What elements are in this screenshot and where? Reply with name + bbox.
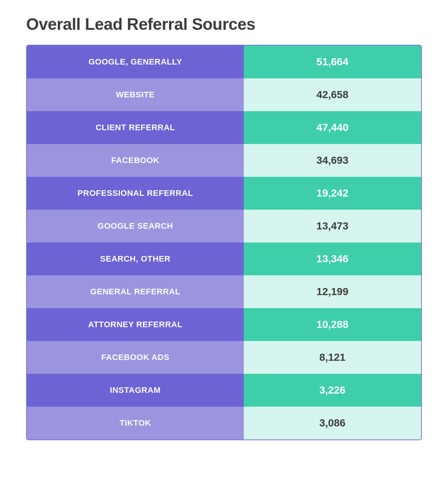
row-label: CLIENT REFERRAL (27, 111, 244, 144)
page-container: Overall Lead Referral Sources GOOGLE, GE… (26, 15, 422, 440)
row-value: 13,473 (244, 210, 421, 242)
row-value: 13,346 (244, 242, 421, 275)
row-label: GOOGLE SEARCH (27, 210, 244, 242)
table-row: FACEBOOK ADS8,121 (27, 341, 421, 374)
row-label: FACEBOOK (27, 144, 244, 177)
page-title: Overall Lead Referral Sources (26, 15, 422, 34)
row-label: INSTAGRAM (27, 374, 244, 407)
table-row: ATTORNEY REFERRAL10,288 (27, 308, 421, 341)
row-label: FACEBOOK ADS (27, 341, 244, 374)
table-row: WEBSITE42,658 (27, 78, 421, 111)
table-row: TIKTOK3,086 (27, 407, 421, 439)
table-row: PROFESSIONAL REFERRAL19,242 (27, 177, 421, 210)
row-value: 3,086 (244, 407, 421, 439)
row-label: PROFESSIONAL REFERRAL (27, 177, 244, 210)
table-row: FACEBOOK34,693 (27, 144, 421, 177)
table-row: GENERAL REFERRAL12,199 (27, 275, 421, 308)
data-table: GOOGLE, GENERALLY51,664WEBSITE42,658CLIE… (27, 46, 421, 439)
table-row: CLIENT REFERRAL47,440 (27, 111, 421, 144)
row-label: GOOGLE, GENERALLY (27, 46, 244, 78)
row-label: ATTORNEY REFERRAL (27, 308, 244, 341)
referral-table: GOOGLE, GENERALLY51,664WEBSITE42,658CLIE… (26, 45, 422, 440)
row-value: 47,440 (244, 111, 421, 144)
row-value: 51,664 (244, 46, 421, 78)
table-row: GOOGLE SEARCH13,473 (27, 210, 421, 242)
row-value: 12,199 (244, 275, 421, 308)
row-label: SEARCH, OTHER (27, 242, 244, 275)
table-row: INSTAGRAM3,226 (27, 374, 421, 407)
row-value: 19,242 (244, 177, 421, 210)
table-row: SEARCH, OTHER13,346 (27, 242, 421, 275)
row-value: 3,226 (244, 374, 421, 407)
row-label: WEBSITE (27, 78, 244, 111)
table-row: GOOGLE, GENERALLY51,664 (27, 46, 421, 78)
row-value: 42,658 (244, 78, 421, 111)
row-label: GENERAL REFERRAL (27, 275, 244, 308)
row-label: TIKTOK (27, 407, 244, 439)
row-value: 34,693 (244, 144, 421, 177)
row-value: 8,121 (244, 341, 421, 374)
row-value: 10,288 (244, 308, 421, 341)
